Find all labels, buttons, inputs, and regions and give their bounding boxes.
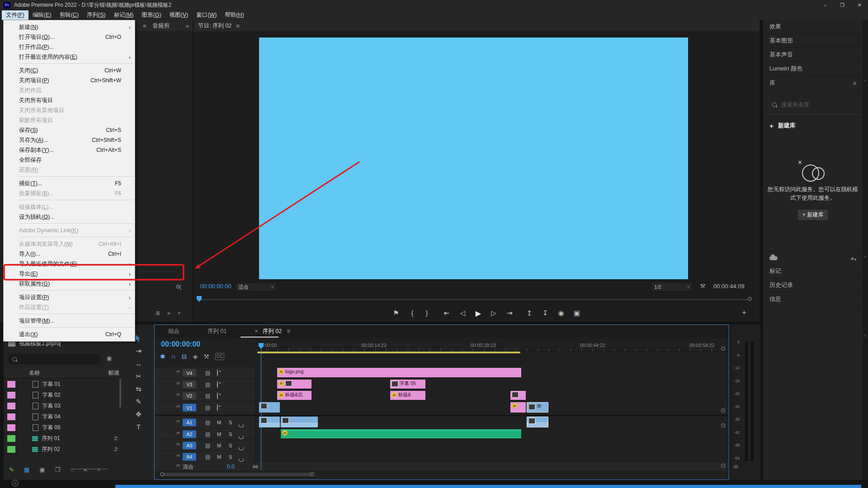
- file-menu-item-23[interactable]: 导入最近使用的文件(F)›: [4, 259, 135, 269]
- tab-4-collapsed-panel[interactable]: Lumetri 颜色: [763, 62, 863, 76]
- track-content-V4[interactable]: fxlogo.png: [256, 367, 729, 378]
- freeform-view-icon[interactable]: ❐: [55, 466, 61, 473]
- selection-tool[interactable]: [136, 334, 142, 342]
- panel-menu-icon[interactable]: ≡: [143, 23, 146, 29]
- icon-view-icon[interactable]: ▣: [39, 466, 45, 473]
- clip-A1-11[interactable]: [281, 417, 318, 427]
- menubar-item-8[interactable]: 窗口(W): [192, 10, 221, 20]
- clip-V1-7[interactable]: [259, 402, 280, 413]
- source-patch-icon[interactable]: ▤: [205, 419, 210, 426]
- tab-overflow-icon[interactable]: »: [186, 23, 189, 29]
- monitor-scrubber[interactable]: [198, 299, 750, 300]
- file-menu-item-14[interactable]: 全部保存: [4, 155, 135, 165]
- library-search-field[interactable]: 搜索所有库: [766, 95, 860, 115]
- track-target-V4[interactable]: V4: [183, 369, 196, 377]
- cloud-sync-icon[interactable]: [769, 256, 778, 260]
- mute-track-button[interactable]: M: [217, 454, 221, 460]
- track-content-V1[interactable]: fx琴: [256, 402, 729, 413]
- tab-1-collapsed-panel[interactable]: 效果: [763, 20, 863, 34]
- menubar-item-1[interactable]: 文件(F): [2, 10, 28, 20]
- source-patch-icon[interactable]: ▤: [205, 393, 210, 399]
- scrubber-end-knob[interactable]: [748, 297, 752, 301]
- timeline-tab-序列 01[interactable]: 序列 01: [208, 328, 226, 335]
- clip-A2-13[interactable]: fx: [281, 429, 521, 438]
- project-item-序列 01[interactable]: 序列 012:: [4, 433, 120, 444]
- clip-琴[interactable]: 琴: [527, 402, 548, 413]
- clip-标题&总[interactable]: fx标题&总: [277, 391, 311, 400]
- zoom-slider-knob[interactable]: ○: [70, 466, 74, 473]
- toggle-track-output-icon[interactable]: [217, 404, 218, 411]
- project-item-字幕 02[interactable]: 字幕 02: [4, 389, 120, 401]
- solo-track-button[interactable]: S: [229, 420, 232, 425]
- close-tab-icon[interactable]: ×: [255, 328, 258, 334]
- horizontal-scrollbar[interactable]: [161, 473, 313, 476]
- mute-track-button[interactable]: M: [217, 443, 221, 448]
- label-color-swatch[interactable]: [7, 381, 15, 388]
- file-menu-item-3[interactable]: 打开作品(P)...: [4, 42, 135, 52]
- file-menu-item-8[interactable]: 关闭所有项目: [4, 95, 135, 105]
- project-item-字幕 01[interactable]: 字幕 01: [4, 379, 120, 390]
- tab-3-collapsed-panel[interactable]: 基本声音: [763, 48, 863, 62]
- mute-track-button[interactable]: M: [217, 432, 221, 437]
- source-patch-icon[interactable]: ▤: [205, 442, 210, 449]
- new-library-row[interactable]: + 新建库: [763, 117, 863, 134]
- menubar-item-3[interactable]: 剪辑(C): [56, 10, 83, 20]
- menubar-item-5[interactable]: 标记(M): [110, 10, 138, 20]
- tab-bottom-1[interactable]: 标记: [763, 264, 863, 278]
- file-menu-item-6[interactable]: 关闭项目(P)Ctrl+Shift+W: [4, 75, 135, 85]
- tab-audio-clip-mixer[interactable]: 音频剪: [153, 22, 170, 30]
- razor-tool[interactable]: ✂: [136, 372, 142, 380]
- mark-out-icon[interactable]: }: [422, 309, 431, 317]
- tab-bottom-3[interactable]: 信息: [763, 292, 863, 306]
- menubar-item-9[interactable]: 帮助(H): [221, 10, 248, 20]
- clip-字幕 05[interactable]: 字幕 05: [390, 380, 425, 389]
- project-item-字幕 04[interactable]: 字幕 04: [4, 411, 120, 422]
- project-item-字幕 05[interactable]: 字幕 05: [4, 422, 120, 433]
- slip-tool[interactable]: ⇆: [136, 385, 142, 393]
- timeline-settings-icon[interactable]: ⚒: [203, 353, 209, 360]
- label-color-swatch[interactable]: [7, 446, 15, 453]
- vertical-knob-2[interactable]: [721, 408, 725, 413]
- writable-indicator-icon[interactable]: ✎: [9, 466, 14, 473]
- pen-tool[interactable]: ✎: [136, 398, 142, 405]
- clip-V1-8[interactable]: fx: [510, 402, 526, 413]
- clip-V2-6[interactable]: [510, 391, 526, 400]
- work-area-bar[interactable]: [257, 352, 520, 353]
- source-patch-icon[interactable]: ▤: [205, 404, 210, 411]
- source-patch-icon[interactable]: ▤: [205, 454, 210, 460]
- project-item-字幕 03[interactable]: 字幕 03: [4, 400, 120, 412]
- track-target-V3[interactable]: V3: [183, 380, 196, 388]
- toggle-track-output-icon[interactable]: [217, 370, 218, 376]
- monitor-playhead[interactable]: [197, 296, 202, 302]
- timeline-timecode[interactable]: 00:00:00:00: [161, 340, 200, 348]
- mixer-bottom-icon-1[interactable]: ≣: [156, 310, 160, 316]
- nested-sequence-icon[interactable]: ✱: [160, 353, 165, 360]
- file-menu-item-11[interactable]: 保存(S)Ctrl+S: [4, 125, 135, 135]
- track-target-V1[interactable]: V1: [183, 404, 196, 412]
- tab-2-collapsed-panel[interactable]: 基本图形: [763, 34, 863, 48]
- linked-selection-icon[interactable]: ⊟: [182, 353, 187, 360]
- label-color-swatch[interactable]: [7, 403, 15, 409]
- tab-libraries[interactable]: 库 ≡: [763, 76, 863, 91]
- project-search-input[interactable]: [8, 354, 100, 364]
- toggle-track-output-icon[interactable]: [217, 381, 218, 388]
- hand-tool[interactable]: ✥: [136, 410, 142, 418]
- go-to-in-icon[interactable]: ⇤: [442, 309, 451, 317]
- type-tool[interactable]: T: [137, 423, 141, 431]
- track-content-A2[interactable]: fx: [256, 429, 729, 439]
- add-icon[interactable]: +▾: [850, 254, 856, 262]
- mixer-bottom-icon-3[interactable]: +: [178, 310, 181, 316]
- toggle-track-output-icon[interactable]: [217, 393, 218, 399]
- file-menu-item-1[interactable]: 新建(N)›: [4, 22, 135, 32]
- source-patch-icon[interactable]: ▤: [205, 431, 210, 437]
- find-icon[interactable]: ▣: [107, 355, 112, 361]
- file-menu-item-16[interactable]: 捕捉(T)...F5: [4, 178, 135, 188]
- file-menu-item-25[interactable]: 获取属性(G)›: [4, 279, 135, 289]
- track-content-A3[interactable]: [256, 440, 729, 450]
- file-menu-item-5[interactable]: 关闭(C)Ctrl+W: [4, 66, 135, 75]
- panel-menu-icon[interactable]: ≡: [287, 328, 290, 334]
- zoom-slider-track[interactable]: [71, 469, 108, 469]
- source-patch-icon[interactable]: ▤: [205, 370, 210, 376]
- label-color-swatch[interactable]: [7, 435, 15, 442]
- scrollbar-knob-left[interactable]: [160, 472, 164, 476]
